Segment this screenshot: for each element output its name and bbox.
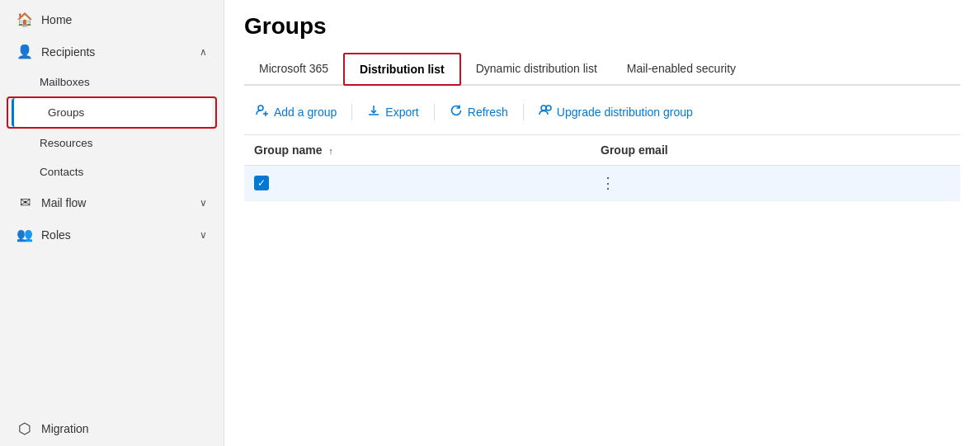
sidebar-item-mailboxes[interactable]: Mailboxes: [3, 68, 220, 96]
add-group-button[interactable]: Add a group: [244, 99, 348, 124]
column-header-name[interactable]: Group name ↑: [244, 135, 591, 166]
refresh-button[interactable]: Refresh: [438, 99, 520, 124]
sidebar-item-label: Mailboxes: [40, 76, 207, 88]
main-content: Groups Microsoft 365 Distribution list D…: [224, 0, 980, 446]
toolbar-separator: [434, 104, 435, 120]
table-row[interactable]: ✓ ⋮: [244, 166, 960, 201]
tabs-bar: Microsoft 365 Distribution list Dynamic …: [244, 53, 960, 86]
checkbox-checked-icon[interactable]: ✓: [254, 176, 269, 190]
sidebar-item-contacts[interactable]: Contacts: [3, 157, 220, 186]
table-cell-checkbox[interactable]: ✓: [244, 166, 591, 201]
migration-icon: ⬡: [16, 420, 33, 438]
sidebar: 🏠 Home 👤 Recipients ∧ Mailboxes Groups R…: [0, 0, 224, 446]
sidebar-item-label: Roles: [41, 228, 191, 242]
sidebar-item-home[interactable]: 🏠 Home: [3, 3, 220, 35]
refresh-icon: [450, 104, 463, 120]
recipients-icon: 👤: [16, 44, 33, 59]
toolbar-separator: [351, 104, 352, 120]
sort-asc-icon: ↑: [328, 146, 333, 156]
sidebar-item-label: Recipients: [41, 45, 191, 59]
sidebar-item-label: Resources: [40, 137, 207, 149]
groups-border: Groups: [7, 96, 217, 129]
groups-table: Group name ↑ Group email ✓ ⋮: [244, 135, 960, 201]
sidebar-item-migration[interactable]: ⬡ Migration: [3, 411, 220, 446]
tab-microsoft365[interactable]: Microsoft 365: [244, 54, 343, 85]
table-cell-more[interactable]: ⋮: [591, 166, 960, 201]
page-title: Groups: [244, 13, 960, 40]
add-group-icon: [256, 104, 269, 120]
chevron-down-icon: ∨: [200, 197, 207, 209]
export-button[interactable]: Export: [356, 99, 430, 124]
upgrade-icon: [539, 104, 552, 120]
export-icon: [367, 104, 380, 120]
more-options-icon[interactable]: ⋮: [601, 175, 615, 191]
tab-dynamicdistribution[interactable]: Dynamic distribution list: [461, 54, 612, 85]
svg-point-3: [541, 106, 546, 110]
toolbar: Add a group Export Refresh Upgrade distr…: [244, 86, 960, 135]
toolbar-separator: [523, 104, 524, 120]
sidebar-item-groups[interactable]: Groups: [12, 98, 212, 127]
svg-point-0: [258, 106, 263, 110]
column-header-email: Group email: [591, 135, 960, 166]
chevron-up-icon: ∧: [200, 46, 207, 58]
sidebar-item-label: Migration: [41, 422, 207, 435]
sidebar-item-resources[interactable]: Resources: [3, 129, 220, 157]
svg-point-4: [546, 106, 551, 110]
groups-table-area: Group name ↑ Group email ✓ ⋮: [244, 135, 960, 446]
home-icon: 🏠: [16, 12, 33, 27]
upgrade-button[interactable]: Upgrade distribution group: [527, 99, 704, 124]
sidebar-item-label: Mail flow: [41, 196, 191, 209]
sidebar-item-recipients[interactable]: 👤 Recipients ∧: [3, 35, 220, 68]
sidebar-item-label: Groups: [48, 106, 199, 119]
sidebar-item-label: Home: [41, 13, 207, 26]
sidebar-item-label: Contacts: [40, 166, 207, 178]
roles-icon: 👥: [16, 227, 33, 242]
tab-mailenabledsecurity[interactable]: Mail-enabled security: [612, 54, 751, 85]
tab-distributionlist[interactable]: Distribution list: [343, 53, 461, 86]
sidebar-item-mailflow[interactable]: ✉ Mail flow ∨: [3, 186, 220, 218]
mailflow-icon: ✉: [16, 195, 33, 210]
sidebar-item-roles[interactable]: 👥 Roles ∨: [3, 218, 220, 251]
chevron-down-icon: ∨: [200, 229, 207, 241]
table-header-row: Group name ↑ Group email: [244, 135, 960, 166]
